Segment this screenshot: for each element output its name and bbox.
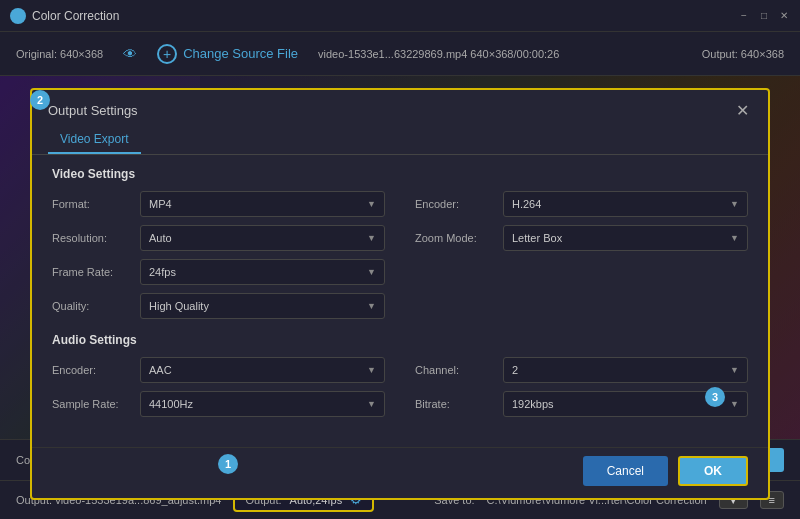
file-info: video-1533e1...63229869.mp4 640×368/00:0… xyxy=(318,48,559,60)
audio-settings-title: Audio Settings xyxy=(52,333,748,347)
zoommode-row: Zoom Mode: Letter Box ▼ xyxy=(415,225,748,251)
app-icon xyxy=(10,8,26,24)
video-settings-right: Encoder: H.264 ▼ Zoom Mode: Letter Box ▼ xyxy=(415,191,748,319)
change-source-label: Change Source File xyxy=(183,46,298,61)
maximize-button[interactable]: □ xyxy=(758,10,770,22)
ok-button[interactable]: OK xyxy=(678,456,748,486)
resolution-label: Resolution: xyxy=(52,232,132,244)
channel-row: Channel: 2 ▼ xyxy=(415,357,748,383)
audio-encoder-label: Encoder: xyxy=(52,364,132,376)
zoommode-select[interactable]: Letter Box ▼ xyxy=(503,225,748,251)
chevron-down-icon: ▼ xyxy=(367,365,376,375)
tab-video-export[interactable]: Video Export xyxy=(48,126,141,154)
samplerate-row: Sample Rate: 44100Hz ▼ xyxy=(52,391,385,417)
format-row: Format: MP4 ▼ xyxy=(52,191,385,217)
framerate-select[interactable]: 24fps ▼ xyxy=(140,259,385,285)
original-label: Original: 640×368 xyxy=(16,48,103,60)
badge-2: 2 xyxy=(30,90,50,110)
zoommode-label: Zoom Mode: xyxy=(415,232,495,244)
resolution-row: Resolution: Auto ▼ xyxy=(52,225,385,251)
badge-1: 1 xyxy=(218,454,238,474)
badge-3: 3 xyxy=(705,387,725,407)
modal-footer: Cancel OK xyxy=(32,447,768,498)
encoder-label: Encoder: xyxy=(415,198,495,210)
channel-label: Channel: xyxy=(415,364,495,376)
chevron-down-icon: ▼ xyxy=(367,199,376,209)
eye-icon[interactable]: 👁 xyxy=(123,46,137,62)
chevron-down-icon: ▼ xyxy=(367,301,376,311)
format-label: Format: xyxy=(52,198,132,210)
audio-encoder-select[interactable]: AAC ▼ xyxy=(140,357,385,383)
audio-settings-right: Channel: 2 ▼ Bitrate: 192kbps ▼ xyxy=(415,357,748,417)
framerate-label: Frame Rate: xyxy=(52,266,132,278)
app-title: Color Correction xyxy=(32,9,119,23)
format-select[interactable]: MP4 ▼ xyxy=(140,191,385,217)
samplerate-label: Sample Rate: xyxy=(52,398,132,410)
samplerate-select[interactable]: 44100Hz ▼ xyxy=(140,391,385,417)
bitrate-label: Bitrate: xyxy=(415,398,495,410)
quality-label: Quality: xyxy=(52,300,132,312)
output-settings-modal: Output Settings ✕ Video Export Video Set… xyxy=(30,88,770,500)
chevron-down-icon: ▼ xyxy=(730,365,739,375)
change-source-button[interactable]: + Change Source File xyxy=(157,44,298,64)
chevron-down-icon: ▼ xyxy=(730,399,739,409)
quality-row: Quality: High Quality ▼ xyxy=(52,293,385,319)
encoder-select[interactable]: H.264 ▼ xyxy=(503,191,748,217)
encoder-row: Encoder: H.264 ▼ xyxy=(415,191,748,217)
window-controls: − □ ✕ xyxy=(738,10,790,22)
video-settings-grid: Format: MP4 ▼ Resolution: Auto ▼ xyxy=(52,191,748,319)
output-label: Output: 640×368 xyxy=(702,48,784,60)
chevron-down-icon: ▼ xyxy=(730,233,739,243)
close-button[interactable]: ✕ xyxy=(778,10,790,22)
modal-header: Output Settings ✕ xyxy=(32,90,768,120)
chevron-down-icon: ▼ xyxy=(367,267,376,277)
quality-select[interactable]: High Quality ▼ xyxy=(140,293,385,319)
modal-close-button[interactable]: ✕ xyxy=(732,100,752,120)
chevron-down-icon: ▼ xyxy=(367,399,376,409)
modal-title: Output Settings xyxy=(48,103,138,118)
resolution-select[interactable]: Auto ▼ xyxy=(140,225,385,251)
plus-circle-icon: + xyxy=(157,44,177,64)
framerate-row: Frame Rate: 24fps ▼ xyxy=(52,259,385,285)
modal-body: Video Settings Format: MP4 ▼ Resolution: xyxy=(32,155,768,443)
bitrate-row: Bitrate: 192kbps ▼ xyxy=(415,391,748,417)
video-settings-left: Format: MP4 ▼ Resolution: Auto ▼ xyxy=(52,191,385,319)
cancel-button[interactable]: Cancel xyxy=(583,456,668,486)
audio-encoder-row: Encoder: AAC ▼ xyxy=(52,357,385,383)
chevron-down-icon: ▼ xyxy=(367,233,376,243)
audio-settings-left: Encoder: AAC ▼ Sample Rate: 44100Hz ▼ xyxy=(52,357,385,417)
chevron-down-icon: ▼ xyxy=(730,199,739,209)
title-bar: Color Correction − □ ✕ xyxy=(0,0,800,32)
main-header: Original: 640×368 👁 + Change Source File… xyxy=(0,32,800,76)
main-content: Output Settings ✕ Video Export Video Set… xyxy=(0,76,800,519)
audio-settings-grid: Encoder: AAC ▼ Sample Rate: 44100Hz ▼ xyxy=(52,357,748,417)
minimize-button[interactable]: − xyxy=(738,10,750,22)
modal-tabs: Video Export xyxy=(32,120,768,155)
channel-select[interactable]: 2 ▼ xyxy=(503,357,748,383)
video-settings-title: Video Settings xyxy=(52,167,748,181)
